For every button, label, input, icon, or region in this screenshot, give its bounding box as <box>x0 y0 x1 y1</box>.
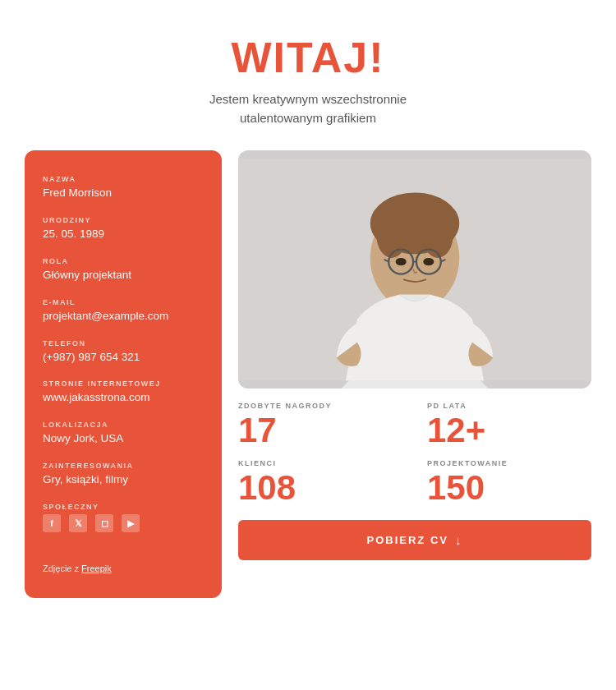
sidebar-field-social: SPOŁECZNY f 𝕏 ◻ ▶ <box>43 503 204 532</box>
sidebar-field-zainteresowania: ZAINTERESOWANIA Gry, książki, filmy <box>43 462 204 488</box>
sidebar-value-lokalizacja: Nowy Jork, USA <box>43 431 204 447</box>
svg-point-12 <box>396 258 407 265</box>
stat-projektowanie: PROJEKTOWANIE 150 <box>427 459 591 507</box>
sidebar-label-telefon: TELEFON <box>43 339 204 347</box>
download-cv-label: POBIERZ CV <box>367 534 448 546</box>
stat-value-klienci: 108 <box>238 469 402 507</box>
download-cv-button[interactable]: POBIERZ CV ↓ <box>238 520 591 560</box>
social-icons: f 𝕏 ◻ ▶ <box>43 514 204 532</box>
profile-photo-svg <box>238 150 591 389</box>
sidebar-value-website: www.jakasstrona.com <box>43 390 204 406</box>
sidebar-field-website: STRONIE INTERNETOWEJ www.jakasstrona.com <box>43 380 204 406</box>
sidebar-label-lokalizacja: LOKALIZACJA <box>43 421 204 429</box>
main-content: NAZWA Fred Morrison URODZINY 25. 05. 198… <box>25 150 591 598</box>
hero-title: WITAJ! <box>231 33 384 82</box>
twitter-icon[interactable]: 𝕏 <box>69 514 87 532</box>
sidebar: NAZWA Fred Morrison URODZINY 25. 05. 198… <box>25 150 222 598</box>
sidebar-label-zainteresowania: ZAINTERESOWANIA <box>43 462 204 470</box>
svg-point-5 <box>376 212 407 258</box>
stat-klienci: KLIENCI 108 <box>238 459 402 507</box>
sidebar-field-urodziny: URODZINY 25. 05. 1989 <box>43 216 204 242</box>
sidebar-label-rola: ROLA <box>43 257 204 265</box>
svg-point-13 <box>423 258 434 265</box>
profile-photo <box>238 150 591 389</box>
sidebar-value-zainteresowania: Gry, książki, filmy <box>43 472 204 488</box>
stat-label-lata: PD LATA <box>427 402 591 410</box>
sidebar-value-email: projektant@example.com <box>43 309 204 324</box>
sidebar-value-nazwa: Fred Morrison <box>43 186 204 201</box>
stat-label-projektowanie: PROJEKTOWANIE <box>427 459 591 467</box>
stat-label-klienci: KLIENCI <box>238 459 402 467</box>
sidebar-value-telefon: (+987) 987 654 321 <box>43 350 204 366</box>
instagram-icon[interactable]: ◻ <box>95 514 113 532</box>
download-icon: ↓ <box>455 533 463 547</box>
sidebar-label-website: STRONIE INTERNETOWEJ <box>43 380 204 388</box>
stat-value-nagrody: 17 <box>238 412 402 449</box>
sidebar-field-lokalizacja: LOKALIZACJA Nowy Jork, USA <box>43 421 204 447</box>
photo-credit: Zdjęcie z Freepik <box>43 547 204 573</box>
sidebar-field-rola: ROLA Główny projektant <box>43 257 204 283</box>
sidebar-field-nazwa: NAZWA Fred Morrison <box>43 175 204 201</box>
stat-nagrody: ZDOBYTE NAGRODY 17 <box>238 402 402 449</box>
stat-label-nagrody: ZDOBYTE NAGRODY <box>238 402 402 410</box>
freepik-link[interactable]: Freepik <box>81 564 112 573</box>
stat-value-lata: 12+ <box>427 412 591 449</box>
sidebar-label-urodziny: URODZINY <box>43 216 204 224</box>
sidebar-field-email: E-MAIL projektant@example.com <box>43 298 204 324</box>
sidebar-label-social: SPOŁECZNY <box>43 503 204 511</box>
stat-value-projektowanie: 150 <box>427 469 591 507</box>
sidebar-value-rola: Główny projektant <box>43 268 204 283</box>
stat-lata: PD LATA 12+ <box>427 402 591 449</box>
svg-point-6 <box>422 212 453 258</box>
facebook-icon[interactable]: f <box>43 514 61 532</box>
sidebar-value-urodziny: 25. 05. 1989 <box>43 227 204 242</box>
sidebar-label-email: E-MAIL <box>43 298 204 306</box>
hero-subtitle: Jestem kreatywnym wszechstronnie utalent… <box>209 90 407 127</box>
stats-grid: ZDOBYTE NAGRODY 17 PD LATA 12+ KLIENCI 1… <box>238 402 591 507</box>
sidebar-label-nazwa: NAZWA <box>43 175 204 183</box>
youtube-icon[interactable]: ▶ <box>122 514 140 532</box>
right-panel: ZDOBYTE NAGRODY 17 PD LATA 12+ KLIENCI 1… <box>238 150 591 598</box>
page-wrapper: WITAJ! Jestem kreatywnym wszechstronnie … <box>0 0 616 690</box>
sidebar-field-telefon: TELEFON (+987) 987 654 321 <box>43 339 204 366</box>
